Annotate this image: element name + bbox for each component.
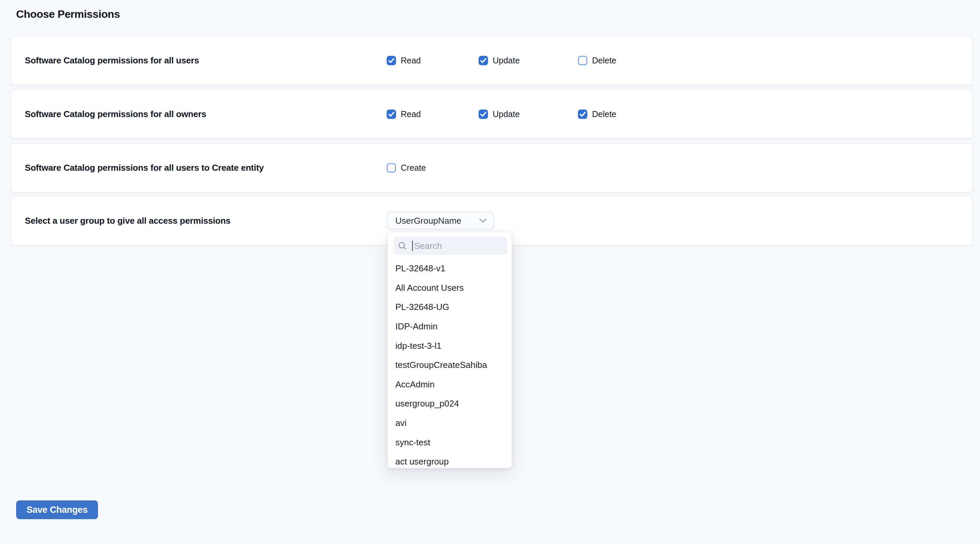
dropdown-search-box[interactable] [393, 237, 508, 255]
card-label: Software Catalog permissions for all use… [25, 56, 199, 66]
dropdown-option[interactable]: testGroupCreateSahiba [388, 355, 511, 375]
checkbox-update[interactable]: Update [479, 56, 578, 65]
dropdown-option[interactable]: avi [388, 414, 511, 433]
checkbox-row: Create [387, 163, 426, 173]
checkbox-label: Update [493, 109, 520, 119]
dropdown-option[interactable]: AccAdmin [388, 375, 511, 395]
page-title: Choose Permissions [16, 6, 120, 22]
dropdown-option[interactable]: usergroup_p024 [388, 394, 511, 414]
dropdown-selected-value: UserGroupName [395, 216, 475, 226]
checkbox-row: Read Update Delete [387, 109, 616, 119]
checkbox-box[interactable] [387, 109, 396, 119]
choose-permissions-page: Choose Permissions Software Catalog perm… [0, 0, 980, 544]
checkbox-create[interactable]: Create [387, 163, 426, 173]
user-group-dropdown-panel: PL-32648-v1 All Account Users PL-32648-U… [387, 232, 512, 468]
checkbox-label: Delete [592, 56, 616, 65]
checkbox-label: Delete [592, 109, 616, 119]
checkbox-box[interactable] [387, 163, 396, 172]
dropdown-option[interactable]: All Account Users [388, 278, 511, 298]
dropdown-search-input[interactable] [413, 241, 502, 251]
checkbox-box[interactable] [479, 109, 488, 119]
card-label: Software Catalog permissions for all own… [25, 109, 206, 119]
dropdown-options-list: PL-32648-v1 All Account Users PL-32648-U… [388, 259, 511, 468]
card-label: Software Catalog permissions for all use… [25, 163, 264, 173]
dropdown-option[interactable]: IDP-Admin [388, 317, 511, 336]
checkbox-label: Read [401, 56, 421, 65]
checkbox-box[interactable] [387, 56, 396, 65]
dropdown-option[interactable]: idp-test-3-l1 [388, 336, 511, 355]
dropdown-option[interactable]: PL-32648-UG [388, 298, 511, 317]
dropdown-option[interactable]: PL-32648-v1 [388, 259, 511, 278]
chevron-down-icon [479, 218, 487, 223]
checkbox-delete[interactable]: Delete [578, 109, 616, 119]
card-label: Select a user group to give all access p… [25, 216, 231, 226]
checkbox-box[interactable] [578, 56, 587, 65]
permissions-card-create-entity: Software Catalog permissions for all use… [11, 143, 973, 192]
checkbox-label: Update [493, 56, 520, 65]
user-group-dropdown[interactable]: UserGroupName [387, 212, 494, 230]
dropdown-option[interactable]: act usergroup [388, 452, 511, 468]
checkbox-label: Create [401, 163, 426, 173]
checkbox-read[interactable]: Read [387, 56, 479, 65]
dropdown-option[interactable]: sync-test [388, 433, 511, 452]
permissions-card-all-users: Software Catalog permissions for all use… [11, 36, 973, 85]
checkbox-box[interactable] [479, 56, 488, 65]
checkbox-label: Read [401, 109, 421, 119]
checkbox-read[interactable]: Read [387, 109, 479, 119]
save-changes-button[interactable]: Save Changes [16, 500, 98, 519]
permissions-card-all-owners: Software Catalog permissions for all own… [11, 89, 973, 139]
checkbox-row: Read Update Delete [387, 56, 616, 65]
checkbox-delete[interactable]: Delete [578, 56, 616, 65]
checkbox-update[interactable]: Update [479, 109, 578, 119]
checkbox-box[interactable] [578, 109, 587, 119]
search-icon [398, 241, 407, 250]
